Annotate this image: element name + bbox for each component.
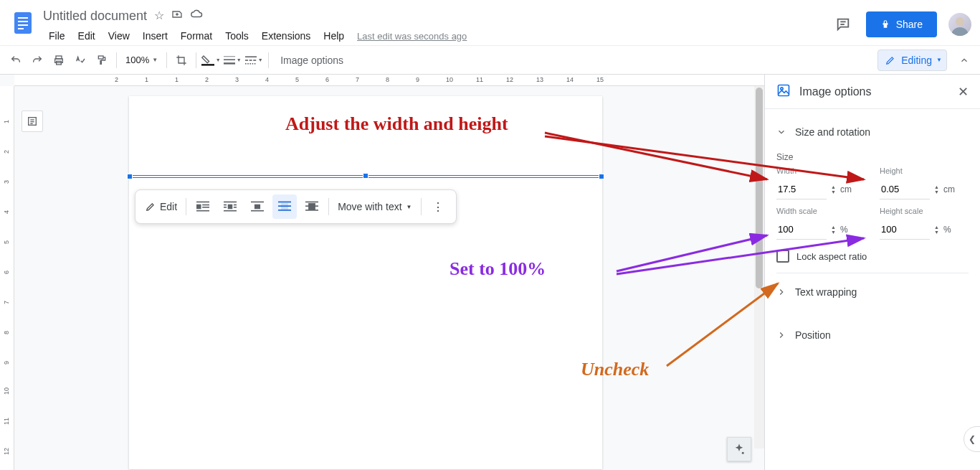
resize-handle-left[interactable] bbox=[127, 174, 133, 179]
undo-button[interactable] bbox=[6, 50, 26, 70]
last-edit-link[interactable]: Last edit was seconds ago bbox=[351, 31, 467, 42]
spellcheck-button[interactable] bbox=[70, 50, 90, 70]
menu-insert[interactable]: Insert bbox=[137, 29, 173, 43]
vertical-scrollbar[interactable] bbox=[754, 86, 764, 448]
menu-tools[interactable]: Tools bbox=[219, 29, 254, 43]
editing-mode-button[interactable]: Editing ▼ bbox=[877, 50, 947, 71]
in-front-text-button[interactable] bbox=[300, 194, 324, 219]
svg-rect-0 bbox=[14, 12, 32, 34]
svg-rect-34 bbox=[224, 202, 237, 203]
document-page[interactable]: Edit Move with text ▼ ⋮ bbox=[129, 96, 602, 469]
svg-rect-33 bbox=[196, 210, 209, 212]
svg-rect-12 bbox=[201, 64, 214, 65]
document-title[interactable]: Untitled document bbox=[43, 9, 147, 24]
svg-rect-18 bbox=[249, 60, 252, 61]
close-panel-button[interactable]: ✕ bbox=[958, 84, 969, 100]
account-avatar[interactable] bbox=[948, 13, 971, 36]
width-input[interactable] bbox=[776, 179, 827, 199]
document-outline-button[interactable] bbox=[22, 111, 43, 132]
height-scale-unit: % bbox=[943, 225, 951, 235]
menu-format[interactable]: Format bbox=[175, 29, 218, 43]
width-stepper[interactable]: ▲▼ bbox=[831, 184, 836, 194]
text-wrapping-section-header[interactable]: Text wrapping bbox=[776, 278, 969, 306]
lock-aspect-ratio-label: Lock aspect ratio bbox=[796, 251, 867, 262]
svg-rect-17 bbox=[245, 60, 248, 61]
width-scale-unit: % bbox=[840, 225, 848, 235]
menu-extensions[interactable]: Extensions bbox=[256, 29, 316, 43]
menu-file[interactable]: File bbox=[43, 29, 71, 43]
workspace: 21123456789101112131415 123456789101112 … bbox=[0, 75, 980, 470]
width-unit: cm bbox=[840, 184, 852, 194]
crop-image-button[interactable] bbox=[171, 50, 191, 70]
width-label: Width bbox=[776, 166, 865, 175]
zoom-dropdown[interactable]: 100%▼ bbox=[121, 55, 162, 65]
svg-rect-11 bbox=[98, 56, 103, 59]
svg-rect-22 bbox=[249, 63, 251, 65]
paint-format-button[interactable] bbox=[92, 50, 112, 70]
toolbar: 100%▼ ▼ ▼ ▼ Image options Editing ▼ bbox=[0, 46, 980, 75]
height-stepper[interactable]: ▲▼ bbox=[934, 184, 939, 194]
svg-rect-24 bbox=[254, 63, 256, 65]
border-color-button[interactable]: ▼ bbox=[201, 50, 221, 70]
svg-rect-40 bbox=[224, 210, 237, 212]
svg-rect-20 bbox=[245, 63, 247, 65]
cloud-status-icon[interactable] bbox=[190, 9, 203, 23]
width-scale-stepper[interactable]: ▲▼ bbox=[831, 225, 836, 235]
border-dash-button[interactable]: ▼ bbox=[244, 50, 264, 70]
svg-rect-13 bbox=[224, 56, 235, 57]
menu-view[interactable]: View bbox=[103, 29, 135, 43]
horizontal-ruler[interactable]: 21123456789101112131415 bbox=[14, 75, 764, 86]
height-scale-stepper[interactable]: ▲▼ bbox=[934, 225, 939, 235]
lock-aspect-ratio-checkbox[interactable] bbox=[776, 250, 789, 263]
height-scale-label: Height scale bbox=[880, 207, 969, 215]
svg-rect-47 bbox=[278, 210, 291, 211]
vertical-ruler[interactable]: 123456789101112 bbox=[0, 86, 14, 470]
position-mode-dropdown[interactable]: Move with text ▼ bbox=[333, 194, 416, 219]
star-icon[interactable]: ☆ bbox=[154, 9, 164, 23]
height-label: Height bbox=[880, 166, 969, 175]
image-options-toolbar-button[interactable]: Image options bbox=[273, 55, 351, 66]
edit-image-button[interactable]: Edit bbox=[141, 194, 181, 219]
svg-rect-35 bbox=[228, 205, 233, 210]
svg-rect-53 bbox=[779, 85, 789, 95]
resize-handle-middle[interactable] bbox=[363, 173, 368, 179]
svg-rect-32 bbox=[202, 207, 209, 208]
svg-rect-48 bbox=[305, 202, 318, 203]
border-weight-button[interactable]: ▼ bbox=[222, 50, 242, 70]
svg-rect-3 bbox=[18, 24, 28, 26]
svg-rect-37 bbox=[224, 207, 227, 208]
height-scale-input[interactable] bbox=[880, 220, 930, 240]
title-column: Untitled document ☆ File Edit View Inser… bbox=[43, 6, 832, 46]
menu-bar: File Edit View Insert Format Tools Exten… bbox=[43, 26, 832, 46]
docs-logo-icon[interactable] bbox=[9, 9, 37, 37]
comment-history-button[interactable] bbox=[832, 13, 855, 36]
break-text-button[interactable] bbox=[245, 194, 270, 219]
menu-help[interactable]: Help bbox=[318, 29, 350, 43]
position-section-header[interactable]: Position bbox=[776, 321, 969, 349]
height-input[interactable] bbox=[880, 179, 930, 199]
explore-button[interactable] bbox=[727, 437, 751, 461]
svg-rect-2 bbox=[18, 21, 28, 22]
panel-title: Image options bbox=[799, 85, 949, 98]
hide-menus-button[interactable] bbox=[954, 50, 974, 70]
svg-rect-41 bbox=[251, 202, 264, 203]
svg-point-7 bbox=[956, 17, 964, 26]
inline-wrap-button[interactable] bbox=[191, 194, 215, 219]
move-icon[interactable] bbox=[171, 9, 183, 23]
behind-text-button[interactable] bbox=[272, 194, 297, 219]
width-scale-input[interactable] bbox=[776, 220, 827, 240]
svg-rect-23 bbox=[252, 63, 253, 65]
print-button[interactable] bbox=[49, 50, 69, 70]
svg-rect-39 bbox=[234, 207, 237, 208]
size-rotation-section-header[interactable]: Size and rotation bbox=[776, 118, 969, 146]
menu-edit[interactable]: Edit bbox=[72, 29, 101, 43]
show-side-panel-button[interactable]: ❮ bbox=[964, 426, 980, 452]
width-scale-label: Width scale bbox=[776, 207, 865, 215]
share-button[interactable]: Share bbox=[866, 11, 937, 37]
resize-handle-right[interactable] bbox=[599, 174, 604, 179]
selected-image[interactable] bbox=[129, 175, 602, 178]
more-options-button[interactable]: ⋮ bbox=[426, 194, 450, 219]
redo-button[interactable] bbox=[27, 50, 47, 70]
wrap-text-button[interactable] bbox=[218, 194, 242, 219]
svg-rect-42 bbox=[254, 205, 260, 210]
